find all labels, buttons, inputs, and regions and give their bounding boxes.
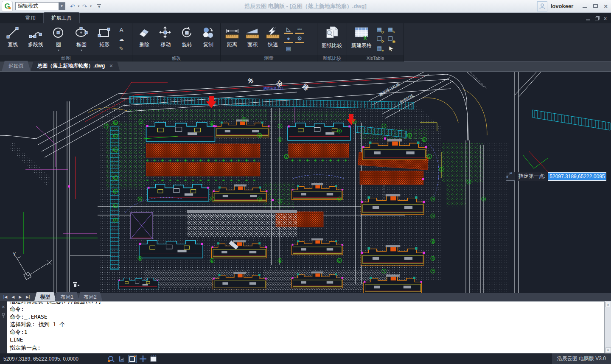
sheet-update-icon[interactable]: ❐⟳ [376,35,384,43]
svg-text:B: B [423,138,426,141]
settings-measure-icon[interactable]: ⚙ [295,35,304,43]
ellipse-dropdown-icon[interactable]: ▼ [80,49,83,52]
sheet-link-icon[interactable]: ❐◉ [387,35,395,43]
group-label-modify: 修改 [132,55,220,62]
svg-text:E: E [211,259,213,262]
scroll-down-icon[interactable]: ▼ [605,347,611,353]
model-space-icon[interactable] [149,355,158,363]
drawing-viewport[interactable]: MHG 71B 2CJ B1B 8JE B12 EDB AHL BJB DCB … [0,71,611,293]
polyline-button[interactable]: 多段线 [25,24,47,55]
area-icon [245,25,260,40]
command-line: 命令:_.ERASE [10,313,602,321]
table-update-icon[interactable]: ▦⟳ [376,26,384,34]
tab-start-page[interactable]: 起始页 [2,61,31,71]
ribbon-tab-extended-tools[interactable]: 扩展工具 [43,12,80,23]
table-settings-icon[interactable]: ▦✦ [376,45,384,53]
polyline-icon [28,25,43,40]
svg-text:C: C [432,215,434,218]
erase-button[interactable]: 删除 [134,24,154,55]
group-label-compare: 图纸比较 [317,55,347,62]
first-layout-icon[interactable]: |◀ [3,295,7,299]
distance-button[interactable]: 距离 [222,24,242,55]
rotate-button[interactable]: 旋转 [177,24,197,55]
dynamic-input-value[interactable]: 52097.3189,65222.0095 [548,172,606,181]
svg-text:G: G [114,148,116,151]
customize-toolbar-icon[interactable]: ▼ [97,4,101,8]
ribbon-group-compare: 图纸比较 图纸比较 [317,23,347,62]
sketch-pen-icon[interactable]: ✎ [117,45,126,53]
quick-measure-button[interactable]: 快速 [263,24,283,55]
ribbon-tab-common[interactable]: 常用 [18,13,43,23]
copy-button[interactable]: 复制 [198,24,219,55]
radius-measure-icon[interactable]: ● [284,35,293,43]
command-scrollbar[interactable]: ▲ ▼ [605,301,611,353]
drawing-compare-button[interactable]: 图纸比较 [319,24,345,55]
area-button[interactable]: 面积 [243,24,262,55]
mode-select[interactable]: 编辑模式 ▼ [15,2,65,10]
maximize-button[interactable] [593,4,598,8]
mdi-close-button[interactable]: × [604,17,607,21]
line-button[interactable]: 直线 [2,24,24,55]
crosshair-mode-icon[interactable] [139,355,147,363]
svg-text:B: B [279,138,281,141]
user-avatar[interactable] [537,1,547,11]
new-table-button[interactable]: X 新建表格 [349,24,374,55]
tab-drawing-dwg[interactable]: 总图（落上新地库轮廓）.dwg ✕ [31,61,120,71]
move-button[interactable]: 移动 [155,24,176,55]
svg-text:D: D [114,190,116,193]
undo-dropdown-icon[interactable]: ▼ [76,5,81,8]
svg-text:B: B [211,122,213,125]
svg-text:B: B [432,240,434,243]
scroll-up-icon[interactable]: ▲ [605,302,611,307]
command-line: 命令:1 [10,328,602,336]
rectangle-button[interactable]: 矩形 [93,24,115,55]
next-layout-icon[interactable]: ▶ [19,295,22,299]
svg-text:B: B [339,130,341,133]
last-layout-icon[interactable]: ▶| [26,295,30,299]
mdi-minimize-button[interactable] [586,17,590,20]
svg-text:H: H [114,135,116,138]
mdi-restore-button[interactable] [595,17,599,20]
command-pin-icon[interactable] [1,313,6,319]
tab-layout2[interactable]: 布局2 [78,292,103,302]
zoom-tool-icon[interactable] [107,355,115,363]
minimize-button[interactable] [583,4,587,8]
revision-cloud-icon[interactable]: ☁ [117,35,126,43]
lightning-icon [265,25,280,40]
angle-measure-icon[interactable]: ◺ [284,26,293,34]
coordinates-measure-icon[interactable]: ▫▫▫ [295,26,304,34]
close-button[interactable]: × [604,4,608,9]
rotate-icon [179,25,195,40]
redo-dropdown-icon[interactable]: ▼ [88,5,93,8]
purple-building [131,213,153,239]
svg-text:2: 2 [440,168,442,171]
command-history[interactable]: 指定对角点或 [栏选(F)/圈围(CP)] 命令: 命令:_.ERASE 选择对… [7,302,604,343]
object-snap-icon[interactable] [128,355,137,363]
table-edit-icon[interactable]: ▦✎ [387,26,395,34]
ellipse-button[interactable]: 椭圆 ▼ [70,24,92,55]
circle-dropdown-icon[interactable]: ▼ [57,49,60,52]
select-table-icon[interactable] [387,45,395,53]
command-input[interactable]: 指定第一点: [7,343,604,353]
list-measure-icon[interactable]: ▤ [284,45,293,53]
tab-model[interactable]: 模型 [34,292,56,302]
svg-text:1: 1 [140,120,142,123]
drawing-canvas[interactable]: MHG 71B 2CJ B1B 8JE B12 EDB AHL BJB DCB … [0,72,611,293]
circle-button[interactable]: 圆 ▼ [48,24,70,55]
svg-text:J: J [383,270,385,273]
undo-icon[interactable]: ↶ [70,3,76,10]
svg-text:D: D [432,198,434,201]
text-icon[interactable]: A [117,26,126,34]
command-line: 选择对象: 找到 1 个 [10,321,602,328]
prev-layout-icon[interactable]: ◀ [11,295,14,299]
close-doc-icon[interactable]: ✕ [109,63,113,69]
chevron-down-icon[interactable]: ▼ [59,3,65,10]
tab-layout1[interactable]: 布局1 [54,292,79,302]
command-window: ✕ 指定对角点或 [栏选(F)/圈围(CP)] 命令: 命令:_.ERASE 选… [0,301,611,353]
command-close-icon[interactable]: ✕ [2,305,5,309]
ortho-mode-icon[interactable] [118,355,126,363]
redo-icon[interactable]: ↷ [82,3,88,10]
app-logo-icon[interactable]: G [2,1,13,12]
compare-drawings-icon [323,25,340,41]
person-icon [539,3,546,10]
